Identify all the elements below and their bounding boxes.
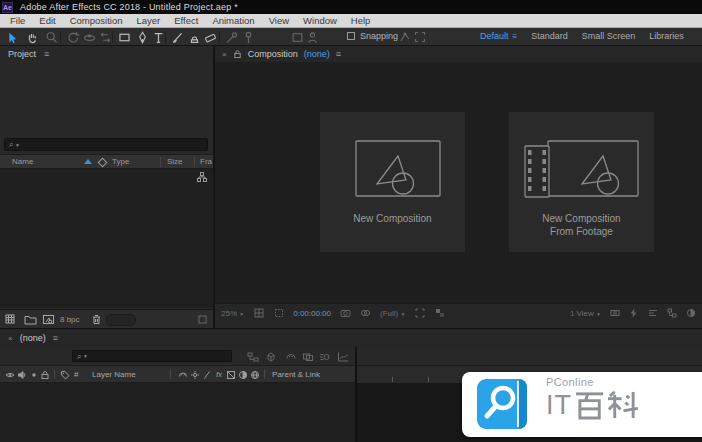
exposure-icon[interactable] <box>685 308 696 319</box>
view-layout-menu[interactable]: 1 View ▼ <box>570 309 601 318</box>
panel-menu-icon[interactable]: ≡ <box>336 49 341 59</box>
unified-camera-tool-icon[interactable] <box>82 30 96 44</box>
timeline-button-icon[interactable] <box>647 308 658 319</box>
menu-item[interactable]: Window <box>296 15 344 26</box>
puppet-pin-tool-icon[interactable] <box>241 30 255 44</box>
new-folder-icon[interactable] <box>24 313 37 326</box>
menu-item[interactable]: View <box>262 15 296 26</box>
project-panel: Project ≡ ⌕▼ Name Type Size Fra <box>0 46 213 328</box>
workspace-tab[interactable]: Standard≡ <box>531 31 568 41</box>
magnification-menu[interactable]: 25% ▼ <box>221 309 244 318</box>
magnifier-icon <box>477 379 527 429</box>
workspace-tab[interactable]: Libraries≡ <box>649 31 684 41</box>
menu-item[interactable]: File <box>3 15 32 26</box>
shy-switch-icon <box>178 370 188 380</box>
watermark: PConline IT <box>462 372 702 437</box>
project-tab[interactable]: Project <box>8 49 36 59</box>
transparency-grid-icon[interactable] <box>434 308 445 319</box>
type-tool-icon[interactable] <box>151 30 165 44</box>
project-flowchart-icon[interactable] <box>197 172 207 182</box>
panel-grip-icon <box>196 313 209 326</box>
interpret-footage-icon[interactable] <box>5 313 18 326</box>
menu-item[interactable]: Help <box>344 15 378 26</box>
column-separator <box>264 369 265 379</box>
workspace-tab[interactable]: Small Screen≡ <box>582 31 636 41</box>
frame-blending-icon[interactable] <box>301 350 314 363</box>
region-of-interest-icon[interactable] <box>414 308 425 319</box>
composition-flowchart-icon[interactable] <box>666 308 677 319</box>
toolbar-separator <box>219 31 220 43</box>
label-color-column-icon[interactable] <box>98 158 108 168</box>
menu-item[interactable]: Layer <box>130 15 168 26</box>
layer-list-area[interactable] <box>0 383 355 442</box>
pan-behind-tool-icon[interactable] <box>98 30 112 44</box>
column-separator <box>194 157 195 167</box>
workspace-menu-icon[interactable]: ≡ <box>513 32 518 41</box>
timeline-header-left: # Layer Name fx Parent & Link <box>0 365 355 383</box>
composition-mini-flowchart-icon[interactable] <box>246 350 259 363</box>
draft-3d-icon[interactable] <box>264 350 277 363</box>
selection-tool-icon[interactable] <box>4 30 18 44</box>
titlebar: Ae Adobe After Effects CC 2018 - Untitle… <box>0 0 702 14</box>
panel-menu-icon[interactable]: ≡ <box>53 333 58 343</box>
new-composition-icon[interactable] <box>42 313 55 326</box>
composition-tab-target[interactable]: (none) <box>304 49 330 59</box>
menu-item[interactable]: Composition <box>63 15 130 26</box>
column-type[interactable]: Type <box>112 157 129 166</box>
pen-tool-icon[interactable] <box>135 30 149 44</box>
eraser-tool-icon[interactable] <box>203 30 217 44</box>
project-search-input[interactable]: ⌕▼ <box>4 138 208 151</box>
snapping-checkbox[interactable] <box>347 32 355 40</box>
roto-brush-tool-icon[interactable] <box>224 30 238 44</box>
motion-blur-icon[interactable] <box>318 350 331 363</box>
snap-along-edges-icon[interactable] <box>398 30 412 44</box>
menu-item[interactable]: Edit <box>32 15 62 26</box>
workspace-switcher: Default≡ Standard≡ Small Screen≡ Librari… <box>480 31 684 41</box>
workspace-tab[interactable]: Default≡ <box>480 31 517 41</box>
timeline-search-input[interactable]: ⌕▼ <box>72 350 232 362</box>
pixel-aspect-correction-icon[interactable] <box>609 308 620 319</box>
snapshot-icon[interactable] <box>340 308 351 319</box>
adjustment-layer-icon <box>238 370 248 380</box>
rotation-tool-icon[interactable] <box>66 30 80 44</box>
clone-stamp-tool-icon[interactable] <box>187 30 201 44</box>
brush-tool-icon[interactable] <box>170 30 184 44</box>
column-name[interactable]: Name <box>12 157 33 166</box>
menu-item[interactable]: Effect <box>167 15 205 26</box>
panel-menu-icon[interactable]: ≡ <box>44 49 49 59</box>
current-time-display[interactable]: 0:00:00:00 <box>293 309 331 318</box>
composition-tabbar: × Composition (none) ≡ <box>215 46 702 62</box>
grid-guides-icon[interactable] <box>253 308 264 319</box>
snap-beyond-extents-icon[interactable] <box>413 30 427 44</box>
rectangle-tool-icon[interactable] <box>117 30 131 44</box>
fast-previews-icon[interactable] <box>628 308 639 319</box>
search-icon: ⌕ <box>77 352 82 361</box>
search-options-caret-icon: ▼ <box>83 353 88 359</box>
new-composition-button[interactable]: New Composition <box>320 112 465 252</box>
workspace-label: Libraries <box>649 31 684 41</box>
zoom-tool-icon[interactable] <box>44 30 58 44</box>
lock-icon[interactable] <box>233 49 242 59</box>
column-size[interactable]: Size <box>167 157 183 166</box>
close-icon[interactable]: × <box>222 50 227 59</box>
graph-editor-icon[interactable] <box>336 350 349 363</box>
audio-speaker-icon <box>17 370 27 380</box>
show-channel-icon[interactable] <box>360 308 371 319</box>
shy-layers-icon[interactable] <box>284 350 297 363</box>
new-composition-from-footage-button[interactable]: New Composition From Footage <box>509 112 654 252</box>
close-icon[interactable]: × <box>8 334 13 343</box>
timeline-tab[interactable]: (none) <box>20 333 46 343</box>
hand-tool-icon[interactable] <box>25 30 39 44</box>
snapping-label[interactable]: Snapping <box>360 31 398 41</box>
resolution-menu[interactable]: (Full) ▼ <box>380 309 405 318</box>
composition-tab[interactable]: Composition <box>248 49 298 59</box>
column-frame-rate[interactable]: Fra <box>200 157 212 166</box>
mask-feather-icon <box>290 30 304 44</box>
menu-item[interactable]: Animation <box>205 15 261 26</box>
trash-icon[interactable] <box>90 313 103 326</box>
project-bit-depth[interactable]: 8 bpc <box>60 315 80 324</box>
project-item-list[interactable] <box>0 169 213 308</box>
toolbar-separator <box>60 31 61 43</box>
sort-ascending-icon[interactable] <box>84 159 92 164</box>
mask-visibility-icon[interactable] <box>273 308 284 319</box>
